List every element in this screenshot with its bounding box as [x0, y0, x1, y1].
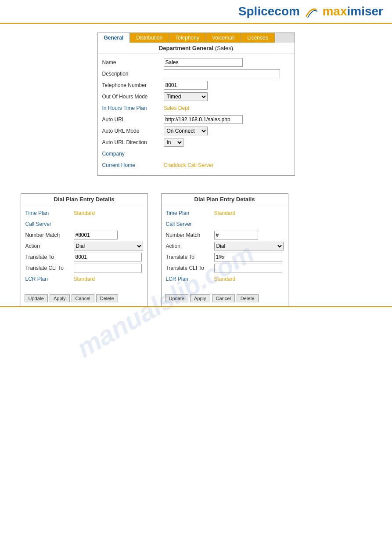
left-action-label: Action [25, 243, 74, 249]
right-translate-to-label: Translate To [166, 254, 214, 260]
right-translate-cli-input[interactable] [214, 264, 282, 272]
right-action-label: Action [166, 243, 214, 249]
logo-splice: Splice [238, 4, 274, 18]
left-lcr-plan-label[interactable]: LCR Plan [25, 276, 74, 282]
left-translate-to-input[interactable] [74, 253, 142, 261]
out-of-hours-row: Out Of Hours Mode Timed Always Never [102, 92, 290, 102]
dept-panel: General Distribution Telephony Voicemail… [97, 33, 295, 176]
tab-distribution[interactable]: Distribution [130, 33, 169, 43]
name-input[interactable] [164, 58, 243, 67]
right-time-plan-row: Time Plan Standard [166, 209, 284, 218]
description-label: Description [102, 71, 164, 77]
left-call-server-label[interactable]: Call Server [25, 221, 74, 227]
telephone-label: Telephone Number [102, 82, 164, 88]
tab-voicemail[interactable]: Voicemail [206, 33, 241, 43]
company-label[interactable]: Company [102, 151, 164, 157]
left-translate-to-row: Translate To [25, 253, 143, 261]
logo-swoosh-icon [304, 6, 318, 18]
right-translate-to-row: Translate To [166, 253, 284, 261]
left-delete-button[interactable]: Delete [96, 294, 118, 302]
main-content: General Distribution Telephony Voicemail… [0, 24, 392, 315]
telephone-input[interactable] [164, 81, 208, 90]
left-time-plan-row: Time Plan Standard [25, 209, 143, 218]
auto-url-mode-select[interactable]: On Connect On Ring [164, 127, 208, 135]
right-time-plan-label[interactable]: Time Plan [166, 210, 214, 216]
right-number-match-input[interactable] [214, 231, 258, 239]
dial-form-left: Time Plan Standard Call Server Number Ma… [21, 205, 147, 289]
right-cancel-button[interactable]: Cancel [212, 294, 235, 302]
right-action-row: Action Dial Transfer [166, 242, 284, 250]
left-btn-row: Update Apply Cancel Delete [21, 293, 147, 306]
right-translate-to-input[interactable] [214, 253, 282, 261]
left-number-match-row: Number Match [25, 231, 143, 239]
auto-url-dir-select[interactable]: In Out Both [164, 138, 183, 147]
auto-url-row: Auto URL [102, 115, 290, 124]
company-row: Company [102, 149, 290, 159]
right-number-match-label: Number Match [166, 232, 214, 238]
name-label: Name [102, 59, 164, 65]
logo-com: com [274, 4, 300, 18]
left-action-row: Action Dial Transfer [25, 242, 143, 250]
left-action-select[interactable]: Dial Transfer [74, 242, 143, 250]
description-input[interactable] [164, 69, 280, 78]
left-translate-to-label: Translate To [25, 254, 74, 260]
dial-panel-left-title: Dial Plan Entry Details [21, 194, 147, 205]
right-call-server-label[interactable]: Call Server [166, 221, 214, 227]
left-lcr-plan-value: Standard [74, 276, 95, 282]
name-row: Name [102, 58, 290, 67]
left-translate-cli-label: Translate CLI To [25, 265, 74, 271]
in-hours-value[interactable]: Sales Dept [164, 105, 190, 111]
dial-panel-right: Dial Plan Entry Details Time Plan Standa… [161, 193, 288, 306]
current-home-value[interactable]: Craddock Call Server [164, 162, 214, 168]
left-time-plan-value: Standard [74, 210, 95, 216]
tab-telephony[interactable]: Telephony [169, 33, 206, 43]
right-delete-button[interactable]: Delete [237, 294, 259, 302]
panel-title: Department General (Sales) [98, 43, 295, 54]
right-number-match-row: Number Match [166, 231, 284, 239]
right-update-button[interactable]: Update [165, 294, 188, 302]
left-number-match-label: Number Match [25, 232, 74, 238]
left-cancel-button[interactable]: Cancel [72, 294, 94, 302]
right-lcr-plan-label[interactable]: LCR Plan [166, 276, 214, 282]
right-translate-cli-label: Translate CLI To [166, 265, 214, 271]
right-lcr-plan-value: Standard [214, 276, 236, 282]
logo: Splicecom maximiser [238, 4, 383, 18]
current-home-row: Current Home Craddock Call Server [102, 160, 290, 170]
current-home-label[interactable]: Current Home [102, 162, 164, 168]
left-time-plan-label[interactable]: Time Plan [25, 210, 74, 216]
out-of-hours-select[interactable]: Timed Always Never [164, 92, 208, 101]
tab-general[interactable]: General [98, 33, 130, 43]
left-apply-button[interactable]: Apply [50, 294, 70, 302]
left-call-server-row: Call Server [25, 220, 143, 229]
header: Splicecom maximiser [0, 0, 392, 24]
dial-panel-left: Dial Plan Entry Details Time Plan Standa… [21, 193, 148, 306]
bottom-panels: Dial Plan Entry Details Time Plan Standa… [21, 193, 372, 306]
dial-panel-right-title: Dial Plan Entry Details [162, 194, 288, 205]
auto-url-dir-label: Auto URL Direction [102, 139, 164, 145]
left-number-match-input[interactable] [74, 231, 118, 239]
right-time-plan-value: Standard [214, 210, 236, 216]
right-btn-row: Update Apply Cancel Delete [162, 293, 288, 306]
right-action-select[interactable]: Dial Transfer [214, 242, 284, 250]
auto-url-input[interactable] [164, 115, 243, 124]
right-translate-cli-row: Translate CLI To [166, 264, 284, 272]
tabs-row: General Distribution Telephony Voicemail… [98, 33, 295, 43]
in-hours-label[interactable]: In Hours Time Plan [102, 105, 164, 111]
out-of-hours-label: Out Of Hours Mode [102, 94, 164, 100]
in-hours-row: In Hours Time Plan Sales Dept [102, 103, 290, 113]
left-lcr-plan-row: LCR Plan Standard [25, 275, 143, 283]
description-row: Description [102, 69, 290, 79]
logo-imiser: imiser [347, 4, 384, 18]
form-grid: Name Description Telephone Number Out Of… [98, 54, 295, 175]
left-translate-cli-input[interactable] [74, 264, 142, 272]
left-translate-cli-row: Translate CLI To [25, 264, 143, 272]
logo-max: max [322, 4, 347, 18]
tab-licenses[interactable]: Licenses [241, 33, 274, 43]
right-call-server-row: Call Server [166, 220, 284, 229]
auto-url-mode-label: Auto URL Mode [102, 128, 164, 134]
auto-url-dir-row: Auto URL Direction In Out Both [102, 138, 290, 147]
dial-form-right: Time Plan Standard Call Server Number Ma… [162, 205, 288, 289]
right-apply-button[interactable]: Apply [190, 294, 210, 302]
left-update-button[interactable]: Update [25, 294, 48, 302]
auto-url-mode-row: Auto URL Mode On Connect On Ring [102, 126, 290, 136]
